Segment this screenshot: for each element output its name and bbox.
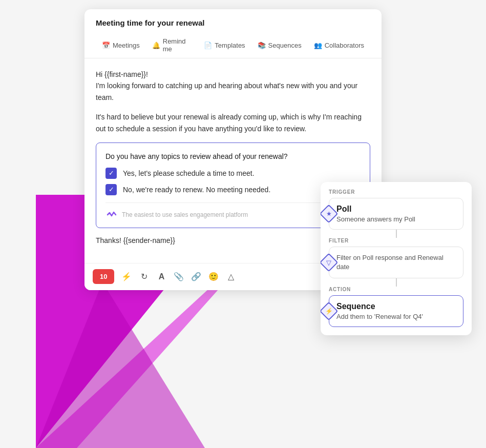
attachment-icon[interactable]: 📎 — [171, 269, 187, 285]
trigger-title: Poll — [336, 205, 456, 214]
trigger-label: TRIGGER — [329, 189, 463, 195]
connector-2 — [396, 278, 397, 287]
poll-footer-text: The easiest to use sales engagement plat… — [122, 211, 248, 218]
bell-icon: 🔔 — [152, 42, 160, 49]
emoji-icon[interactable]: 🙂 — [205, 269, 222, 285]
font-icon[interactable]: A — [153, 269, 170, 285]
nav-collaborators[interactable]: 👥 Collaborators — [308, 37, 370, 54]
action-diamond: ⚡ — [321, 302, 338, 321]
filter-label: FILTER — [329, 238, 463, 243]
poll-question: Do you have any topics to review ahead o… — [105, 152, 361, 160]
email-paragraph: It's hard to believe but your renewal is… — [96, 111, 370, 134]
automation-card: TRIGGER ★ Poll Someone answers my Poll F… — [321, 182, 472, 335]
filter-diamond: ▽ — [321, 253, 338, 272]
trigger-desc: Someone answers my Poll — [336, 215, 456, 223]
nav-sequences[interactable]: 📚 Sequences — [251, 37, 308, 54]
trigger-diamond: ★ — [321, 205, 338, 223]
poll-option-1[interactable]: ✓ Yes, let's please schedule a time to m… — [105, 168, 361, 179]
action-block: ⚡ Sequence Add them to 'Renewal for Q4' — [329, 295, 463, 327]
connector-1 — [396, 230, 397, 238]
filter-block: ▽ Filter on Poll response and Renewal da… — [329, 247, 463, 278]
email-greeting: Hi {{first-name}}! I'm looking forward t… — [96, 69, 370, 103]
star-icon: ★ — [326, 210, 332, 217]
poll-checkbox-2[interactable]: ✓ — [105, 184, 117, 195]
nav-remind-me[interactable]: 🔔 Remind me — [146, 33, 198, 58]
action-desc: Add them to 'Renewal for Q4' — [336, 313, 456, 320]
people-icon: 👥 — [314, 42, 322, 49]
shape-icon[interactable]: △ — [223, 269, 239, 285]
action-title: Sequence — [336, 302, 456, 311]
filter-icon: ▽ — [326, 259, 331, 267]
email-title: Meeting time for your renewal — [96, 18, 370, 27]
layers-icon: 📚 — [258, 42, 266, 49]
template-icon: 📄 — [204, 42, 212, 49]
email-nav: 📅 Meetings 🔔 Remind me 📄 Templates 📚 Seq… — [96, 33, 370, 58]
svg-marker-2 — [36, 282, 205, 448]
nav-meetings[interactable]: 📅 Meetings — [96, 37, 146, 54]
lightning-icon[interactable]: ⚡ — [118, 269, 135, 285]
poll-logo — [105, 209, 117, 220]
email-header: Meeting time for your renewal 📅 Meetings… — [84, 9, 382, 58]
poll-checkbox-1[interactable]: ✓ — [105, 168, 117, 179]
nav-templates[interactable]: 📄 Templates — [198, 37, 251, 54]
link-icon[interactable]: 🔗 — [188, 269, 204, 285]
filter-title: Filter on Poll response and Renewal date — [336, 253, 456, 272]
send-button[interactable]: 10 — [93, 269, 114, 284]
refresh-icon[interactable]: ↻ — [136, 269, 152, 285]
action-icon: ⚡ — [325, 308, 333, 315]
action-label: ACTION — [329, 287, 463, 292]
calendar-icon: 📅 — [102, 42, 110, 49]
trigger-block: ★ Poll Someone answers my Poll — [329, 198, 463, 230]
